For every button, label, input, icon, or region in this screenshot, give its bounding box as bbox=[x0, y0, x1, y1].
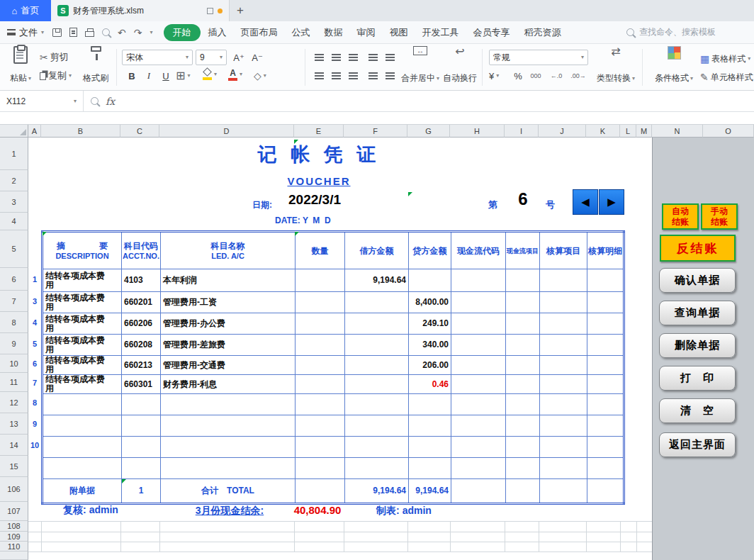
cell-qty[interactable] bbox=[296, 269, 345, 292]
increase-indent-button[interactable] bbox=[383, 50, 397, 65]
cell-desc[interactable] bbox=[43, 394, 122, 415]
auto-close-button[interactable]: 自动结账 bbox=[662, 203, 699, 230]
undo-icon[interactable]: ↶ bbox=[118, 28, 126, 38]
cell-name[interactable]: 管理费用-差旅费 bbox=[161, 335, 296, 356]
row-header-15[interactable]: 15 bbox=[0, 456, 28, 477]
row-header-13[interactable]: 13 bbox=[0, 413, 28, 435]
cell-cashflow-item[interactable] bbox=[506, 415, 540, 437]
entry-no[interactable]: 4 bbox=[28, 312, 41, 333]
entry-no[interactable]: 3 bbox=[28, 291, 41, 312]
attach-label[interactable]: 附单据 bbox=[43, 479, 122, 504]
align-bottom-button[interactable] bbox=[346, 50, 360, 65]
confirm-voucher-button[interactable]: 确认单据 bbox=[659, 268, 736, 293]
type-convert-button[interactable]: ⇄ 类型转换▾ bbox=[595, 44, 636, 86]
cell-acct-detail[interactable] bbox=[587, 335, 624, 356]
magnifier-icon[interactable] bbox=[91, 97, 99, 105]
date-label[interactable]: 日期: bbox=[252, 199, 272, 211]
cell-cashflow-code[interactable] bbox=[451, 269, 506, 292]
cell-code[interactable]: 660206 bbox=[122, 313, 161, 335]
row-header-110[interactable]: 110 bbox=[0, 542, 28, 551]
tab-membership[interactable]: 会员专享 bbox=[467, 24, 517, 41]
font-color-button[interactable]: A ▾ bbox=[228, 67, 242, 82]
tab-formulas[interactable]: 公式 bbox=[286, 24, 317, 41]
print-preview-icon[interactable] bbox=[102, 28, 110, 36]
cell-credit[interactable] bbox=[409, 458, 451, 479]
decrease-indent-button[interactable] bbox=[366, 50, 380, 65]
cell-cashflow-item[interactable] bbox=[506, 356, 540, 375]
cell-cashflow-item[interactable] bbox=[506, 269, 540, 292]
cell-acct-detail[interactable] bbox=[587, 269, 624, 292]
column-header-N[interactable]: N bbox=[652, 125, 703, 138]
cell-debit[interactable] bbox=[345, 394, 409, 415]
cell-cashflow-item[interactable] bbox=[506, 375, 540, 394]
tab-review[interactable]: 审阅 bbox=[351, 24, 382, 41]
thousand-separator-button[interactable]: 000 bbox=[527, 68, 544, 84]
paste-button[interactable]: 粘贴▾ bbox=[6, 44, 35, 86]
col-debit[interactable]: 借方金额 bbox=[345, 232, 409, 269]
row-header-108[interactable]: 108 bbox=[0, 521, 28, 532]
formula-input[interactable] bbox=[122, 91, 754, 111]
decrease-decimal-button[interactable]: ←.0 bbox=[547, 68, 566, 84]
cell-code[interactable]: 660213 bbox=[122, 356, 161, 375]
print-button[interactable]: 打 印 bbox=[659, 366, 736, 391]
cell-acct-detail[interactable] bbox=[587, 292, 624, 313]
copy-button[interactable]: 复制 ▾ bbox=[40, 68, 72, 84]
increase-font-button[interactable]: A⁺ bbox=[231, 50, 247, 65]
cell-debit[interactable] bbox=[345, 313, 409, 335]
cell-cashflow-item[interactable] bbox=[506, 458, 540, 479]
preparer-cell[interactable]: 制表: admin bbox=[354, 505, 454, 517]
italic-button[interactable]: I bbox=[142, 68, 156, 84]
cell-cashflow-code[interactable] bbox=[451, 479, 506, 504]
entry-no[interactable]: 8 bbox=[28, 392, 41, 413]
column-header-D[interactable]: D bbox=[159, 125, 294, 138]
entry-no[interactable]: 5 bbox=[28, 333, 41, 354]
print-icon[interactable] bbox=[85, 31, 94, 37]
cell-acct-item[interactable] bbox=[540, 437, 587, 458]
cell-credit[interactable] bbox=[409, 415, 451, 437]
cell-name[interactable]: 管理费用-交通费 bbox=[161, 356, 296, 375]
cell-acct-item[interactable] bbox=[540, 415, 587, 437]
cell-name[interactable] bbox=[161, 415, 296, 437]
cell-name[interactable]: 财务费用-利息 bbox=[161, 375, 296, 394]
cell-acct-item[interactable] bbox=[540, 375, 587, 394]
cell-credit[interactable]: 249.10 bbox=[409, 313, 451, 335]
cell-name[interactable] bbox=[161, 458, 296, 479]
cell-code[interactable]: 660208 bbox=[122, 335, 161, 356]
cell-code[interactable] bbox=[122, 394, 161, 415]
conditional-format-button[interactable]: 条件格式▾ bbox=[653, 44, 694, 86]
cell-debit[interactable] bbox=[345, 292, 409, 313]
cell-acct-detail[interactable] bbox=[587, 479, 624, 504]
row-header-1[interactable]: 1 bbox=[0, 138, 28, 170]
export-icon[interactable] bbox=[69, 28, 77, 37]
row-header-11[interactable]: 11 bbox=[0, 373, 28, 392]
cell-desc[interactable]: 结转各项成本费用 bbox=[43, 313, 122, 335]
voucher-no-suffix[interactable]: 号 bbox=[546, 198, 555, 211]
cell-qty[interactable] bbox=[296, 394, 345, 415]
row-header-4[interactable]: 4 bbox=[0, 213, 28, 230]
cell-cashflow-item[interactable] bbox=[506, 437, 540, 458]
cell-qty[interactable] bbox=[296, 313, 345, 335]
cell-cashflow-code[interactable] bbox=[451, 335, 506, 356]
fx-icon[interactable]: fx bbox=[106, 96, 115, 107]
column-header-M[interactable]: M bbox=[636, 125, 652, 138]
cell-credit[interactable]: 206.00 bbox=[409, 356, 451, 375]
cell-acct-detail[interactable] bbox=[587, 394, 624, 415]
cash-balance-value[interactable]: 40,804.90 bbox=[287, 504, 348, 516]
align-middle-button[interactable] bbox=[329, 50, 343, 65]
reverse-close-button[interactable]: 反结账 bbox=[660, 235, 736, 262]
column-header-O[interactable]: O bbox=[703, 125, 754, 138]
cell-name[interactable]: 管理费用-办公费 bbox=[161, 313, 296, 335]
align-center-button[interactable] bbox=[329, 68, 343, 84]
decrease-font-button[interactable]: A⁻ bbox=[249, 50, 265, 65]
row-header-109[interactable]: 109 bbox=[0, 532, 28, 542]
table-style-button[interactable]: ▦ 表格样式 ▾ bbox=[700, 51, 750, 67]
font-size-select[interactable]: 9 ▾ bbox=[196, 50, 227, 65]
column-header-H[interactable]: H bbox=[450, 125, 505, 138]
cell-acct-detail[interactable] bbox=[587, 415, 624, 437]
cell-name[interactable]: 本年利润 bbox=[161, 269, 296, 292]
delete-voucher-button[interactable]: 删除单据 bbox=[659, 333, 736, 358]
col-acct-item[interactable]: 核算项目 bbox=[540, 232, 587, 269]
cell-name[interactable] bbox=[161, 437, 296, 458]
cell-acct-item[interactable] bbox=[540, 394, 587, 415]
row-header-6[interactable]: 6 bbox=[0, 268, 28, 291]
